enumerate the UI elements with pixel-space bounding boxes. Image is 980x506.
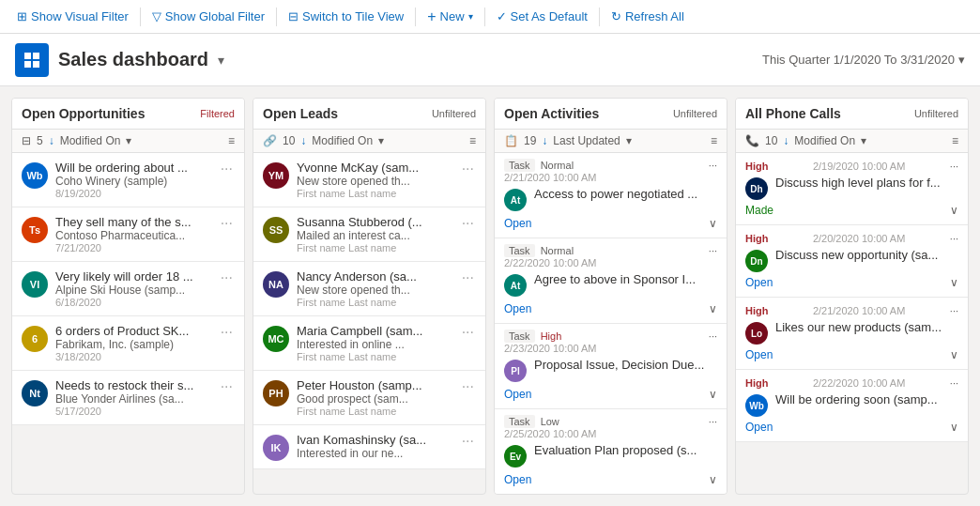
activities-filter-icon[interactable]: ≡	[711, 134, 717, 147]
table-row[interactable]: MC Maria Campbell (sam... Interested in …	[253, 316, 485, 371]
expand-icon[interactable]: ∨	[709, 217, 717, 230]
expand-icon[interactable]: ∨	[950, 348, 958, 361]
more-options-icon[interactable]: ···	[460, 378, 476, 395]
phone-sort-caret[interactable]: ▾	[861, 134, 866, 147]
expand-icon[interactable]: ∨	[709, 388, 717, 401]
card-content: Susanna Stubberod (... Mailed an interes…	[297, 215, 452, 253]
open-leads-badge: Unfiltered	[432, 108, 476, 119]
more-options-icon[interactable]: ···	[219, 324, 235, 341]
table-row[interactable]: Wb Will be ordering about ... Coho Winer…	[12, 153, 244, 207]
more-options-icon[interactable]: ···	[460, 433, 476, 450]
list-item[interactable]: High 2/20/2020 10:00 AM ··· Dn Discuss n…	[736, 225, 968, 298]
toolbar-separator-4	[484, 8, 485, 26]
activity-priority: Normal	[541, 160, 574, 171]
more-options-icon[interactable]: ···	[709, 416, 717, 427]
header-caret-icon[interactable]: ▾	[218, 53, 224, 68]
opp-filter-icon[interactable]: ≡	[228, 134, 235, 147]
sort-icon: ⊟	[22, 134, 31, 147]
card-desc: Interested in online ...	[297, 338, 452, 351]
open-opportunities-subheader: ⊟ 5 ↓ Modified On ▾ ≡	[12, 130, 244, 153]
activity-title: Evaluation Plan proposed (s...	[534, 443, 717, 457]
list-item[interactable]: High 2/22/2020 10:00 AM ··· Wb Will be o…	[736, 370, 968, 442]
opp-sort-caret[interactable]: ▾	[126, 134, 131, 147]
expand-icon[interactable]: ∨	[950, 276, 958, 289]
table-row[interactable]: YM Yvonne McKay (sam... New store opened…	[253, 153, 485, 207]
phone-sort-icon: 📞	[745, 134, 759, 147]
more-options-icon[interactable]: ···	[460, 324, 476, 341]
more-options-icon[interactable]: ···	[950, 305, 958, 316]
phone-call-header: High 2/21/2020 10:00 AM ···	[745, 305, 958, 316]
more-options-icon[interactable]: ···	[219, 269, 235, 286]
more-options-icon[interactable]: ···	[460, 269, 476, 286]
leads-filter-icon[interactable]: ≡	[469, 134, 476, 147]
more-options-icon[interactable]: ···	[950, 161, 958, 172]
more-options-icon[interactable]: ···	[709, 160, 717, 171]
expand-icon[interactable]: ∨	[709, 473, 717, 486]
expand-icon[interactable]: ∨	[950, 421, 958, 434]
expand-icon[interactable]: ∨	[709, 302, 717, 315]
list-item[interactable]: Task High ··· 2/23/2020 10:00 AM Pl Prop…	[495, 324, 727, 409]
more-options-icon[interactable]: ···	[709, 245, 717, 256]
show-global-filter-button[interactable]: ▽ Show Global Filter	[143, 4, 274, 29]
list-item[interactable]: Task Normal ··· 2/22/2020 10:00 AM At Ag…	[495, 238, 727, 324]
list-item[interactable]: Task Normal ··· 2/21/2020 10:00 AM At Ac…	[495, 153, 727, 238]
table-row[interactable]: Nt Needs to restock their s... Blue Yond…	[12, 371, 244, 425]
avatar: At	[504, 189, 527, 211]
activity-body: Pl Proposal Issue, Decision Due...	[504, 354, 717, 386]
activity-priority: High	[541, 330, 562, 342]
activity-body: Ev Evaluation Plan proposed (s...	[504, 439, 717, 471]
table-row[interactable]: PH Peter Houston (samp... Good prospect …	[253, 371, 485, 425]
switch-to-tile-view-button[interactable]: ⊟ Switch to Tile View	[279, 4, 413, 29]
leads-sort-down-icon[interactable]: ↓	[300, 134, 306, 147]
sort-down-icon[interactable]: ↓	[49, 134, 54, 147]
opp-sort-by: Modified On	[60, 134, 121, 147]
table-row[interactable]: 6 6 orders of Product SK... Fabrikam, In…	[12, 316, 244, 371]
table-row[interactable]: NA Nancy Anderson (sa... New store opene…	[253, 262, 485, 316]
card-desc: Good prospect (sam...	[297, 392, 452, 406]
open-activities-body: Task Normal ··· 2/21/2020 10:00 AM At Ac…	[495, 153, 727, 494]
activities-sort-caret[interactable]: ▾	[626, 134, 632, 147]
set-as-default-button[interactable]: ✓ Set As Default	[487, 4, 597, 29]
activity-type: Task	[504, 330, 535, 343]
more-options-icon[interactable]: ···	[460, 161, 476, 177]
table-row[interactable]: Ts They sell many of the s... Contoso Ph…	[12, 207, 244, 262]
list-item[interactable]: Task Low ··· 2/25/2020 10:00 AM Ev Evalu…	[495, 409, 727, 494]
table-row[interactable]: SS Susanna Stubberod (... Mailed an inte…	[253, 207, 485, 262]
card-date: 3/18/2020	[55, 351, 211, 362]
more-options-icon[interactable]: ···	[950, 377, 958, 389]
priority-badge: High	[745, 377, 768, 389]
list-item[interactable]: High 2/21/2020 10:00 AM ··· Lo Likes our…	[736, 298, 968, 370]
refresh-all-button[interactable]: ↻ Refresh All	[602, 4, 694, 29]
avatar: 6	[22, 326, 48, 352]
more-options-icon[interactable]: ···	[950, 233, 958, 244]
status-badge: Open	[504, 217, 531, 230]
more-options-icon[interactable]: ···	[219, 161, 235, 177]
phone-title: Will be ordering soon (samp...	[775, 392, 958, 406]
card-desc: Interested in our ne...	[297, 447, 452, 460]
leads-sort-caret[interactable]: ▾	[378, 134, 384, 147]
dashboard: Open Opportunities Filtered ⊟ 5 ↓ Modifi…	[0, 86, 980, 506]
expand-icon[interactable]: ∨	[950, 204, 958, 217]
table-row[interactable]: IK Ivan Komashinsky (sa... Interested in…	[253, 425, 485, 469]
date-range-caret-icon[interactable]: ▾	[958, 53, 965, 67]
list-item[interactable]: High 2/19/2020 10:00 AM ··· Dh Discuss h…	[736, 153, 968, 225]
phone-filter-icon[interactable]: ≡	[952, 134, 958, 147]
toolbar-separator-5	[599, 8, 600, 26]
card-meta: First name Last name	[297, 406, 452, 417]
activities-sort-down-icon[interactable]: ↓	[542, 134, 547, 147]
show-visual-filter-button[interactable]: ⊞ Show Visual Filter	[8, 4, 138, 29]
open-leads-title: Open Leads	[263, 106, 338, 121]
card-content: They sell many of the s... Contoso Pharm…	[55, 215, 211, 253]
phone-sort-down-icon[interactable]: ↓	[783, 134, 789, 147]
activities-count: 19	[524, 134, 536, 147]
table-row[interactable]: Vl Very likely will order 18 ... Alpine …	[12, 262, 244, 316]
card-meta: First name Last name	[297, 242, 452, 253]
more-options-icon[interactable]: ···	[460, 215, 476, 232]
card-meta: First name Last name	[297, 351, 452, 362]
more-options-icon[interactable]: ···	[219, 378, 235, 395]
more-options-icon[interactable]: ···	[219, 215, 235, 232]
card-title: They sell many of the s...	[55, 215, 211, 229]
new-button[interactable]: + New ▾	[418, 3, 482, 31]
more-options-icon[interactable]: ···	[709, 330, 717, 342]
phone-call-header: High 2/19/2020 10:00 AM ···	[745, 161, 958, 172]
